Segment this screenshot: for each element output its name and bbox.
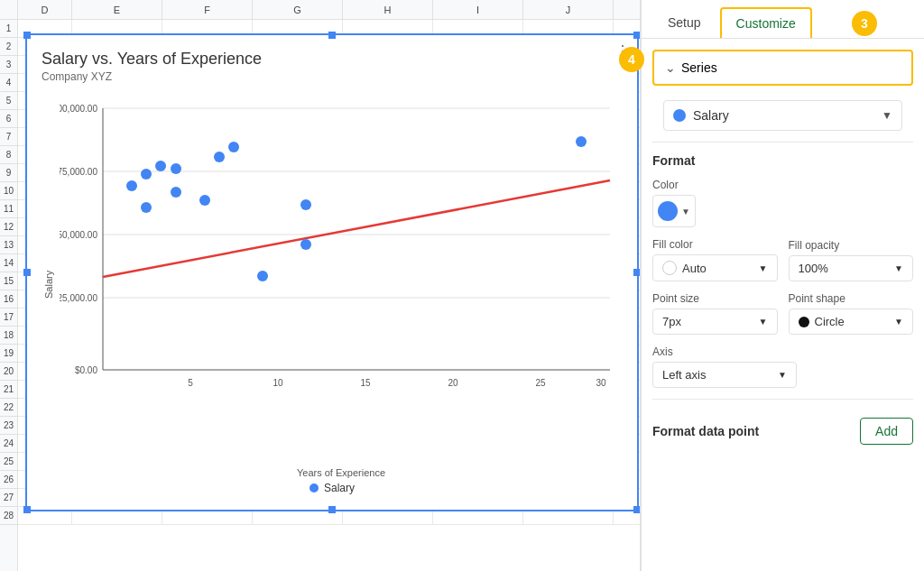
svg-text:$0.00: $0.00 (75, 365, 97, 375)
col-header-h[interactable]: H (343, 0, 433, 19)
legend-label: Salary (324, 482, 355, 494)
resize-handle-bl[interactable] (23, 506, 31, 513)
col-header-i[interactable]: I (433, 0, 523, 19)
row-number: 22 (0, 399, 17, 417)
row-number: 1 (0, 20, 17, 38)
chart-container: ⋮ Salary vs. Years of Experience Company… (25, 33, 639, 511)
row-number: 19 (0, 345, 17, 363)
fill-opacity-select[interactable]: 100% ▼ (789, 255, 914, 281)
series-dropdown-arrow: ▼ (882, 109, 892, 122)
spreadsheet-body: 1234567891011121314151617181920212223242… (0, 20, 640, 571)
row-number: 27 (0, 489, 17, 507)
fill-opacity-arrow: ▼ (894, 263, 903, 273)
data-point (300, 239, 311, 250)
row-number: 10 (0, 182, 17, 200)
row-number: 26 (0, 471, 17, 489)
resize-handle-top[interactable] (328, 32, 336, 39)
fill-opacity-label: Fill opacity (789, 239, 914, 252)
row-number: 14 (0, 254, 17, 272)
row-number: 21 (0, 381, 17, 399)
svg-text:25: 25 (535, 378, 546, 388)
panel-tabs: Setup Customize (642, 0, 924, 39)
row-number: 5 (0, 92, 17, 110)
row-number: 9 (0, 164, 17, 182)
axis-label: Axis (652, 345, 913, 358)
point-size-value: 7px (662, 315, 681, 328)
data-point (171, 187, 181, 198)
data-point (214, 152, 225, 162)
data-point (576, 136, 587, 147)
series-section: ⌄ Series (652, 50, 913, 86)
row-number: 23 (0, 417, 17, 435)
corner-cell (0, 0, 18, 19)
add-button[interactable]: Add (860, 418, 913, 445)
legend-dot (310, 484, 319, 493)
spreadsheet-area: D E F G H I J 12345678910111213141516171… (0, 0, 641, 571)
point-shape-group: Point shape Circle ▼ (789, 292, 914, 335)
data-point (155, 161, 166, 171)
format-label: Format (652, 153, 913, 168)
resize-handle-right[interactable] (633, 269, 640, 276)
point-size-label: Point size (652, 292, 778, 305)
svg-text:$50,000.00: $50,000.00 (60, 230, 97, 240)
axis-select[interactable]: Left axis ▼ (652, 362, 797, 388)
color-label: Color (652, 179, 913, 191)
series-header[interactable]: ⌄ Series (654, 51, 911, 84)
col-header-d[interactable]: D (18, 0, 72, 19)
point-size-group: Point size 7px ▼ (652, 292, 778, 335)
resize-handle-br[interactable] (633, 506, 640, 513)
row-number: 15 (0, 272, 17, 290)
salary-series-select[interactable]: Salary ▼ (663, 100, 902, 131)
data-point (126, 180, 137, 191)
panel-body: ⌄ Series Salary ▼ Format Color ▼ Fill (642, 39, 924, 456)
resize-handle-left[interactable] (23, 269, 31, 276)
svg-text:15: 15 (360, 378, 371, 388)
fill-color-group: Fill color Auto ▼ (652, 238, 778, 281)
tab-customize[interactable]: Customize (720, 7, 812, 38)
axis-arrow: ▼ (778, 370, 787, 380)
fill-color-value: Auto (682, 262, 707, 275)
data-point (300, 199, 311, 210)
fill-color-icon (662, 261, 677, 275)
chevron-down-icon: ⌄ (665, 60, 676, 75)
divider-2 (652, 399, 913, 400)
resize-handle-bottom[interactable] (328, 506, 336, 513)
step-badge-4: 4 (619, 47, 644, 72)
col-header-f[interactable]: F (162, 0, 253, 19)
step-badge-3: 3 (852, 11, 877, 36)
y-axis-label: Salary (42, 90, 56, 478)
tab-setup[interactable]: Setup (652, 7, 716, 38)
point-shape-select[interactable]: Circle ▼ (789, 309, 914, 335)
row-number: 2 (0, 38, 17, 56)
fill-color-arrow: ▼ (759, 263, 768, 273)
svg-text:20: 20 (448, 378, 458, 388)
point-shape-value: Circle (815, 315, 845, 328)
resize-handle-tl[interactable] (23, 32, 31, 39)
row-number: 20 (0, 363, 17, 381)
svg-text:$25,000.00: $25,000.00 (60, 293, 97, 303)
point-size-select[interactable]: 7px ▼ (652, 309, 778, 335)
x-axis-label: Years of Experience (60, 464, 623, 478)
format-data-point-label: Format data point (652, 424, 759, 438)
divider-1 (652, 142, 913, 143)
chart-svg: $100,000.00 $75,000.00 $50,000.00 $25,00… (60, 90, 619, 464)
row-number: 11 (0, 200, 17, 218)
grid-area: ⋮ Salary vs. Years of Experience Company… (18, 20, 640, 571)
color-button[interactable]: ▼ (652, 195, 696, 227)
color-group: Color ▼ (652, 179, 913, 227)
row-number: 4 (0, 74, 17, 92)
col-header-j[interactable]: J (523, 0, 614, 19)
data-point (257, 271, 268, 281)
format-data-point-row: Format data point Add (652, 410, 913, 445)
row-number: 13 (0, 236, 17, 254)
data-point (141, 202, 152, 213)
right-panel: Setup Customize ⌄ Series Salary ▼ Format… (641, 0, 924, 571)
fill-color-select[interactable]: Auto ▼ (652, 254, 778, 281)
col-header-g[interactable]: G (253, 0, 343, 19)
resize-handle-tr[interactable] (633, 32, 640, 39)
col-header-e[interactable]: E (72, 0, 162, 19)
chart-subtitle: Company XYZ (42, 70, 623, 83)
row-number: 8 (0, 146, 17, 164)
row-number: 6 (0, 110, 17, 128)
data-point (171, 163, 181, 174)
